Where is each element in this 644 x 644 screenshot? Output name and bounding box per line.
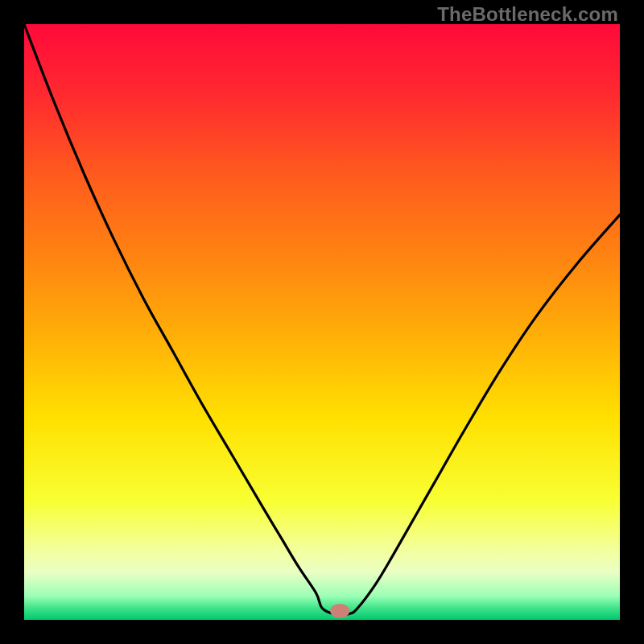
optimum-marker <box>330 604 349 618</box>
chart-frame: TheBottleneck.com <box>0 0 644 644</box>
gradient-background <box>24 24 620 620</box>
plot-area <box>24 24 620 620</box>
watermark-text: TheBottleneck.com <box>437 3 618 26</box>
plot-svg <box>24 24 620 620</box>
